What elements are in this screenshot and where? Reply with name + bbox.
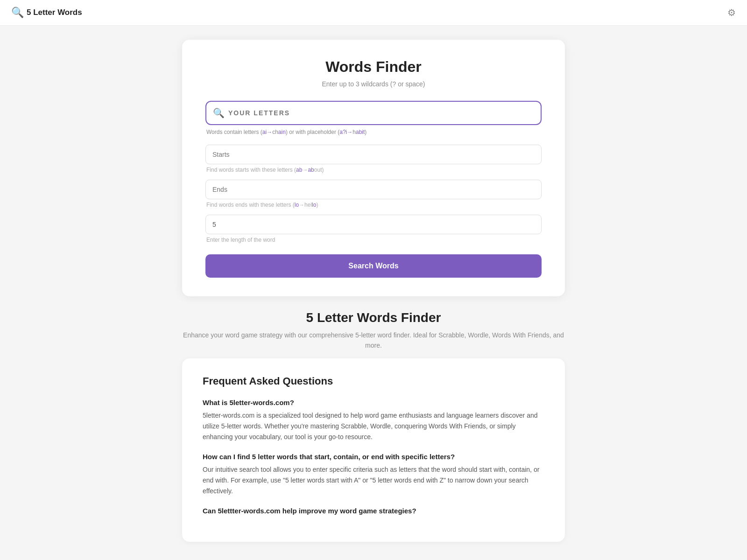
faq-title: Frequent Asked Questions — [203, 375, 544, 387]
section-description: Enhance your word game strategy with our… — [182, 330, 565, 351]
starts-group: Find words starts with these letters (ab… — [205, 145, 542, 173]
ends-group: Find words ends with these letters (lo→h… — [205, 180, 542, 208]
faq-question-3: Can 5lettter-words.com help improve my w… — [203, 507, 544, 515]
main-content: Words Finder Enter up to 3 wildcards (? … — [173, 26, 574, 560]
faq-card: Frequent Asked Questions What is 5letter… — [182, 358, 565, 542]
letters-input[interactable] — [228, 102, 534, 124]
length-group: Enter the length of the word — [205, 215, 542, 243]
search-button[interactable]: Search Words — [205, 254, 542, 278]
letters-hint: Words contain letters (ai→chain) or with… — [205, 129, 542, 135]
hint-example1-output: ain — [278, 129, 286, 135]
faq-question-2: How can I find 5 letter words that start… — [203, 453, 544, 461]
length-hint: Enter the length of the word — [205, 237, 542, 243]
starts-hint: Find words starts with these letters (ab… — [205, 167, 542, 173]
section-title-area: 5 Letter Words Finder Enhance your word … — [182, 310, 565, 351]
finder-title: Words Finder — [205, 58, 542, 76]
ends-input[interactable] — [205, 180, 542, 199]
logo-icon: 🔍 — [11, 7, 24, 19]
letters-input-wrapper: 🔍 — [205, 101, 542, 125]
section-title: 5 Letter Words Finder — [182, 310, 565, 325]
hint-example2-input: a?i — [339, 129, 347, 135]
finder-card: Words Finder Enter up to 3 wildcards (? … — [182, 40, 565, 296]
search-mag-icon: 🔍 — [213, 107, 225, 119]
finder-subtitle: Enter up to 3 wildcards (? or space) — [205, 80, 542, 88]
faq-item-3: Can 5lettter-words.com help improve my w… — [203, 507, 544, 515]
faq-item-1: What is 5letter-words.com? 5letter-words… — [203, 399, 544, 442]
settings-icon[interactable]: ⚙ — [727, 7, 736, 18]
site-header: 🔍 5 Letter Words ⚙ — [0, 0, 747, 26]
faq-answer-2: Our intuitive search tool allows you to … — [203, 464, 544, 497]
length-input[interactable] — [205, 215, 542, 234]
faq-item-2: How can I find 5 letter words that start… — [203, 453, 544, 497]
faq-question-1: What is 5letter-words.com? — [203, 399, 544, 406]
faq-answer-1: 5letter-words.com is a specialized tool … — [203, 410, 544, 442]
hint-example2-output: abit — [356, 129, 365, 135]
logo-text: 5 Letter Words — [27, 8, 82, 17]
ends-hint: Find words ends with these letters (lo→h… — [205, 202, 542, 208]
hint-example1-input: ai — [262, 129, 267, 135]
logo-area: 🔍 5 Letter Words — [11, 7, 82, 19]
starts-input[interactable] — [205, 145, 542, 164]
